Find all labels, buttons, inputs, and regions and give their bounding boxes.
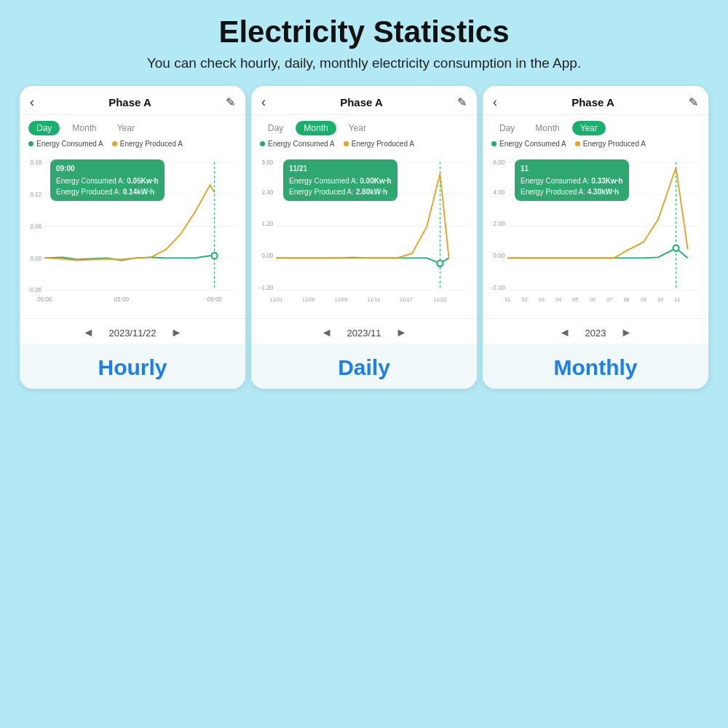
produced-label: Energy Produced A	[120, 140, 183, 148]
daily-tab-year[interactable]: Year	[341, 121, 374, 135]
svg-text:02: 02	[522, 296, 528, 303]
svg-text:11/09: 11/09	[335, 296, 348, 303]
svg-text:01: 01	[505, 296, 510, 303]
svg-text:05: 05	[573, 296, 579, 303]
hourly-date-label: 2023/11/22	[108, 328, 156, 339]
svg-text:0.06: 0.06	[31, 223, 42, 230]
page-title: Electricity Statistics	[218, 15, 509, 50]
hourly-next-btn[interactable]: ►	[171, 326, 183, 339]
svg-text:2.40: 2.40	[262, 189, 274, 195]
daily-view-label: Daily	[338, 355, 390, 379]
monthly-legend: Energy Consumed A Energy Produced A	[483, 138, 708, 151]
svg-text:-0.06: -0.06	[28, 287, 42, 293]
daily-date-label: 2023/11	[347, 328, 381, 339]
daily-card: ‹ Phase A ✎ Day Month Year Energy Consum…	[251, 86, 477, 389]
svg-text:00:00: 00:00	[37, 296, 52, 303]
daily-tab-month[interactable]: Month	[296, 121, 336, 135]
svg-text:-2.00: -2.00	[491, 285, 505, 291]
svg-text:3.60: 3.60	[262, 159, 274, 166]
monthly-svg: 6.00 4.00 2.00 0.00 -2.00	[488, 151, 703, 318]
daily-svg: 3.60 2.40 1.20 0.00 -1.20	[257, 151, 471, 318]
daily-edit-btn[interactable]: ✎	[457, 95, 467, 109]
monthly-chart: 11 Energy Consumed A: 0.33Kw·h Energy Pr…	[483, 151, 708, 318]
svg-text:11/17: 11/17	[400, 296, 413, 303]
daily-chart: 11/21 Energy Consumed A: 0.00Kw·h Energy…	[251, 151, 477, 318]
svg-text:1.20: 1.20	[262, 221, 274, 227]
svg-text:04: 04	[555, 296, 561, 303]
hourly-back-btn[interactable]: ‹	[30, 95, 34, 110]
hourly-legend: Energy Consumed A Energy Produced A	[20, 138, 245, 151]
monthly-title: Phase A	[571, 96, 614, 108]
daily-title: Phase A	[340, 96, 383, 108]
svg-text:05:00: 05:00	[114, 296, 130, 303]
monthly-consumed-dot	[491, 141, 496, 146]
svg-point-26	[437, 261, 443, 266]
daily-back-btn[interactable]: ‹	[261, 95, 266, 110]
daily-produced-dot	[344, 141, 349, 146]
svg-text:10: 10	[657, 296, 663, 303]
monthly-date-label: 2023	[585, 328, 606, 339]
daily-prev-btn[interactable]: ◄	[321, 326, 333, 339]
monthly-produced-label: Energy Produced A	[583, 140, 646, 148]
hourly-card: ‹ Phase A ✎ Day Month Year Energy Consum…	[20, 86, 245, 389]
daily-date-nav: ◄ 2023/11 ►	[251, 318, 477, 344]
monthly-tab-year[interactable]: Year	[572, 121, 606, 135]
hourly-tabs: Day Month Year	[20, 115, 245, 138]
monthly-tab-day[interactable]: Day	[491, 121, 523, 135]
hourly-svg: 0.18 0.12 0.06 0.00 -0.06	[25, 151, 240, 318]
svg-text:11/05: 11/05	[302, 296, 315, 303]
svg-text:07: 07	[606, 296, 612, 303]
phones-row: ‹ Phase A ✎ Day Month Year Energy Consum…	[7, 86, 721, 389]
svg-text:03: 03	[539, 296, 545, 303]
monthly-tabs: Day Month Year	[483, 115, 708, 138]
monthly-tab-month[interactable]: Month	[527, 121, 567, 135]
hourly-label-section: Hourly	[20, 344, 245, 389]
svg-text:4.00: 4.00	[494, 189, 505, 195]
svg-text:09: 09	[641, 296, 646, 303]
svg-text:11/13: 11/13	[367, 296, 380, 303]
hourly-tab-month[interactable]: Month	[64, 121, 104, 135]
hourly-chart: 09:00 Energy Consumed A: 0.05Kw·h Energy…	[20, 151, 245, 318]
svg-text:08: 08	[624, 296, 630, 303]
monthly-label-section: Monthly	[483, 344, 708, 389]
svg-text:0.18: 0.18	[31, 159, 42, 166]
monthly-legend-consumed: Energy Consumed A	[491, 140, 566, 148]
monthly-produced-dot	[575, 141, 580, 146]
daily-legend: Energy Consumed A Energy Produced A	[251, 138, 477, 151]
daily-produced-label: Energy Produced A	[352, 140, 414, 148]
daily-next-btn[interactable]: ►	[396, 326, 408, 339]
monthly-prev-btn[interactable]: ◄	[559, 326, 571, 339]
monthly-edit-btn[interactable]: ✎	[689, 95, 698, 109]
svg-text:06: 06	[590, 296, 596, 303]
daily-tab-day[interactable]: Day	[260, 121, 291, 135]
daily-legend-consumed: Energy Consumed A	[260, 140, 335, 148]
svg-point-44	[673, 245, 678, 251]
daily-consumed-dot	[260, 141, 265, 146]
svg-text:0.00: 0.00	[494, 253, 505, 259]
monthly-card: ‹ Phase A ✎ Day Month Year Energy Consum…	[483, 86, 708, 389]
svg-text:11/01: 11/01	[269, 296, 282, 303]
hourly-title: Phase A	[108, 96, 151, 108]
svg-text:11: 11	[675, 296, 681, 303]
monthly-next-btn[interactable]: ►	[620, 326, 632, 339]
monthly-date-nav: ◄ 2023 ►	[483, 318, 708, 344]
hourly-tab-year[interactable]: Year	[109, 121, 143, 135]
monthly-view-label: Monthly	[554, 355, 638, 379]
svg-text:11/22: 11/22	[434, 296, 447, 303]
hourly-header: ‹ Phase A ✎	[20, 86, 245, 115]
hourly-legend-consumed: Energy Consumed A	[28, 140, 103, 148]
hourly-edit-btn[interactable]: ✎	[226, 95, 235, 109]
svg-text:09:00: 09:00	[207, 296, 222, 303]
daily-tabs: Day Month Year	[251, 115, 477, 138]
monthly-back-btn[interactable]: ‹	[493, 95, 497, 110]
monthly-consumed-label: Energy Consumed A	[499, 140, 566, 148]
svg-text:0.00: 0.00	[262, 253, 274, 259]
monthly-header: ‹ Phase A ✎	[483, 86, 708, 115]
hourly-prev-btn[interactable]: ◄	[83, 326, 95, 339]
produced-dot	[112, 141, 117, 146]
daily-header: ‹ Phase A ✎	[251, 86, 477, 115]
svg-text:-1.20: -1.20	[260, 285, 274, 291]
hourly-date-nav: ◄ 2023/11/22 ►	[20, 318, 245, 344]
hourly-legend-produced: Energy Produced A	[112, 140, 183, 148]
hourly-tab-day[interactable]: Day	[28, 121, 60, 135]
